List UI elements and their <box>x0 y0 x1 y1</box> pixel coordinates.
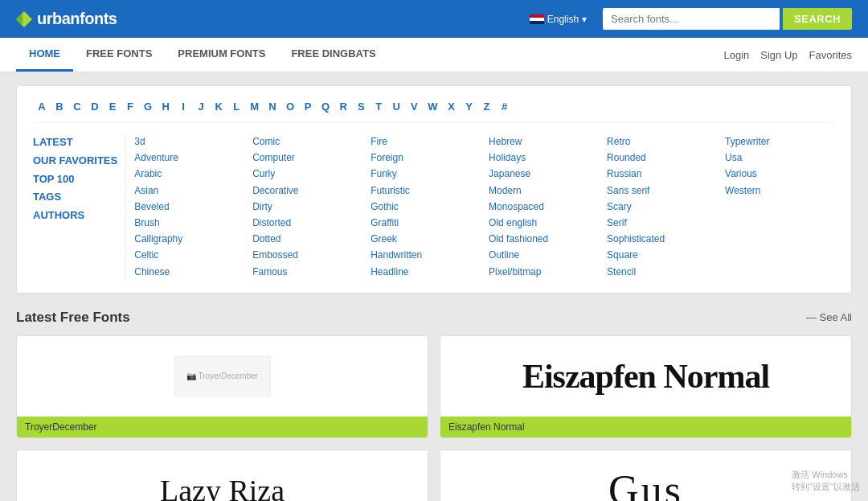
main-content: A B C D E F G H I J K L M N O P Q R S T … <box>0 72 868 501</box>
tag-distorted[interactable]: Distorted <box>252 216 362 231</box>
alpha-W[interactable]: W <box>423 99 442 114</box>
alpha-Q[interactable]: Q <box>317 99 334 114</box>
tag-famous[interactable]: Famous <box>252 265 362 280</box>
logo-icon <box>16 11 32 27</box>
tag-futuristic[interactable]: Futuristic <box>371 183 481 199</box>
latest-section: Latest Free Fonts — See All 📷 TroyerDece… <box>16 310 852 501</box>
tag-computer[interactable]: Computer <box>252 150 362 166</box>
tag-western[interactable]: Western <box>725 183 835 199</box>
tag-dotted[interactable]: Dotted <box>252 232 362 247</box>
tag-typewriter[interactable]: Typewriter <box>725 134 835 150</box>
nav-item-premium-fonts[interactable]: PREMIUM FONTS <box>165 38 278 72</box>
tag-handwritten[interactable]: Handwritten <box>371 248 481 263</box>
alpha-J[interactable]: J <box>192 99 210 114</box>
alpha-R[interactable]: R <box>334 99 352 114</box>
font-card-troyer[interactable]: 📷 TroyerDecember TroyerDecember <box>16 335 428 438</box>
tag-comic[interactable]: Comic <box>252 134 362 150</box>
tag-sans-serif[interactable]: Sans serif <box>607 183 717 199</box>
alpha-X[interactable]: X <box>443 99 461 114</box>
alpha-U[interactable]: U <box>387 99 405 114</box>
alpha-I[interactable]: I <box>174 99 192 114</box>
alpha-F[interactable]: F <box>121 99 139 114</box>
tag-3d[interactable]: 3d <box>134 134 244 150</box>
tag-adventure[interactable]: Adventure <box>134 150 244 166</box>
language-selector[interactable]: English ▾ <box>530 14 587 25</box>
nav-item-free-dingbats[interactable]: FREE DINGBATS <box>278 38 388 72</box>
nav-tags[interactable]: TAGS <box>33 189 117 206</box>
alpha-G[interactable]: G <box>139 99 157 114</box>
tag-calligraphy[interactable]: Calligraphy <box>134 232 244 247</box>
tag-russian[interactable]: Russian <box>607 166 717 182</box>
search-input[interactable] <box>603 8 780 30</box>
alpha-T[interactable]: T <box>370 99 387 114</box>
tag-funky[interactable]: Funky <box>371 166 481 182</box>
tag-old-english[interactable]: Old english <box>489 216 599 231</box>
nav-latest[interactable]: LATEST <box>33 134 117 151</box>
font-card-lazy-riza[interactable]: Lazy Riza Lazy Riza by Riza <box>16 450 428 501</box>
alpha-Y[interactable]: Y <box>461 99 478 114</box>
nav-item-home[interactable]: HOME <box>16 38 73 72</box>
tag-modern[interactable]: Modern <box>489 183 599 199</box>
tag-square[interactable]: Square <box>607 248 717 263</box>
tag-dirty[interactable]: Dirty <box>252 199 362 215</box>
tag-monospaced[interactable]: Monospaced <box>489 199 599 215</box>
tag-arabic[interactable]: Arabic <box>134 166 244 182</box>
alpha-B[interactable]: B <box>51 99 68 114</box>
search-button[interactable]: SEARCH <box>783 8 852 30</box>
tag-greek[interactable]: Greek <box>371 232 481 247</box>
alpha-V[interactable]: V <box>405 99 423 114</box>
tag-various[interactable]: Various <box>725 166 835 182</box>
tag-decorative[interactable]: Decorative <box>252 183 362 199</box>
nav-authors[interactable]: AUTHORS <box>33 207 117 224</box>
alpha-N[interactable]: N <box>264 99 281 114</box>
tag-foreign[interactable]: Foreign <box>371 150 481 166</box>
tag-graffiti[interactable]: Graffiti <box>371 216 481 231</box>
nav-favorites[interactable]: OUR FAVORITES <box>33 153 117 170</box>
alpha-P[interactable]: P <box>299 99 317 114</box>
alpha-E[interactable]: E <box>104 99 121 114</box>
tag-fire[interactable]: Fire <box>371 134 481 150</box>
signup-link[interactable]: Sign Up <box>760 49 797 61</box>
tag-chinese[interactable]: Chinese <box>134 265 244 280</box>
tag-beveled[interactable]: Beveled <box>134 199 244 215</box>
tag-brush[interactable]: Brush <box>134 216 244 231</box>
alpha-H[interactable]: H <box>157 99 174 114</box>
alpha-O[interactable]: O <box>281 99 299 114</box>
tag-embossed[interactable]: Embossed <box>252 248 362 263</box>
favorites-link[interactable]: Favorites <box>809 49 852 61</box>
tag-gothic[interactable]: Gothic <box>371 199 481 215</box>
alpha-K[interactable]: K <box>210 99 227 114</box>
font-card-gus[interactable]: Gus Gus by Fernanda Luna <box>440 450 852 501</box>
tag-hebrew[interactable]: Hebrew <box>489 134 599 150</box>
alpha-Z[interactable]: Z <box>478 99 496 114</box>
tag-scary[interactable]: Scary <box>607 199 717 215</box>
alpha-A[interactable]: A <box>33 99 51 114</box>
login-link[interactable]: Login <box>723 49 749 61</box>
see-all-link[interactable]: — See All <box>806 311 852 323</box>
alpha-M[interactable]: M <box>245 99 264 114</box>
tag-sophisticated[interactable]: Sophisticated <box>607 232 717 247</box>
tag-headline[interactable]: Headline <box>371 265 481 280</box>
tag-usa[interactable]: Usa <box>725 150 835 166</box>
tag-serif[interactable]: Serif <box>607 216 717 231</box>
tag-retro[interactable]: Retro <box>607 134 717 150</box>
tag-old-fashioned[interactable]: Old fashioned <box>489 232 599 247</box>
alpha-D[interactable]: D <box>86 99 104 114</box>
alpha-C[interactable]: C <box>68 99 86 114</box>
tag-outline[interactable]: Outline <box>489 248 599 263</box>
font-card-eiszapfen[interactable]: Eiszapfen Normal Eiszapfen Normal <box>440 335 852 438</box>
tag-holidays[interactable]: Holidays <box>489 150 599 166</box>
tag-stencil[interactable]: Stencil <box>607 265 717 280</box>
tag-asian[interactable]: Asian <box>134 183 244 199</box>
tag-pixel-bitmap[interactable]: Pixel/bitmap <box>489 265 599 280</box>
tag-japanese[interactable]: Japanese <box>489 166 599 182</box>
logo-area[interactable]: urbanfonts <box>16 10 117 28</box>
tag-rounded[interactable]: Rounded <box>607 150 717 166</box>
alpha-hash[interactable]: # <box>496 99 514 114</box>
alpha-S[interactable]: S <box>352 99 370 114</box>
nav-item-free-fonts[interactable]: FREE FONTS <box>73 38 165 72</box>
nav-top100[interactable]: TOP 100 <box>33 171 117 188</box>
alpha-L[interactable]: L <box>227 99 245 114</box>
tag-celtic[interactable]: Celtic <box>134 248 244 263</box>
tag-curly[interactable]: Curly <box>252 166 362 182</box>
